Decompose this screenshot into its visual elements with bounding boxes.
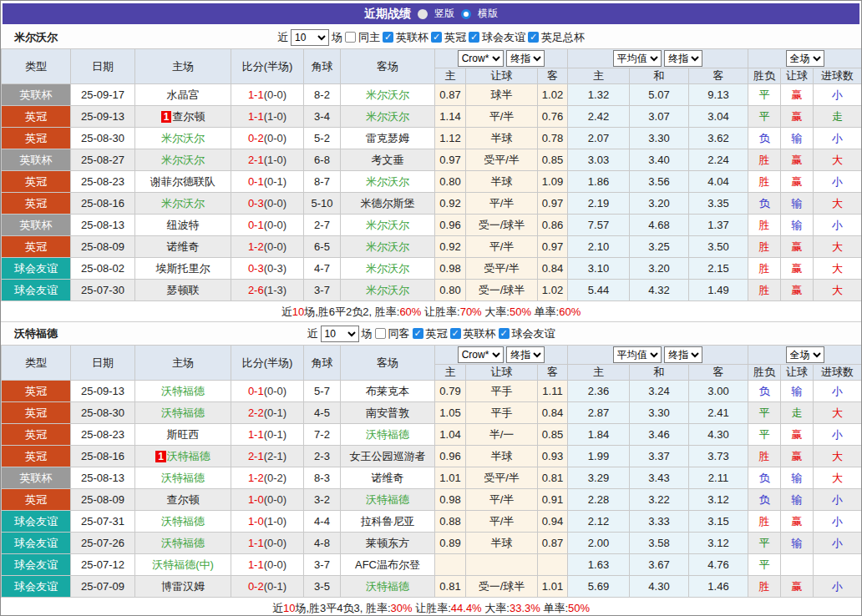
home-team-name: 沃特福德 [161,406,205,419]
euro-away-odds: 3.12 [689,489,748,511]
corner-cell: 4-7 [304,258,341,280]
away-team-name: 米尔沃尔 [366,240,409,253]
handicap-away-odds: 1.09 [538,171,568,193]
bookmaker-select[interactable]: Crow* [458,346,504,363]
date-cell: 25-07-30 [71,280,135,301]
team-name: 米尔沃尔 [14,26,58,48]
away-team-name: 南安普敦 [366,406,409,419]
same-venue-checkbox[interactable] [375,328,386,339]
euro-home-odds: 5.69 [568,576,630,598]
summary-segment: 60% [559,305,581,318]
away-team-cell: 米尔沃尔 [341,171,435,193]
sub-column-header: 主 [568,365,630,381]
vertical-layout-radio[interactable] [418,9,428,19]
match-type-badge: 球会友谊 [2,576,71,598]
euro-draw-odds: 4.30 [630,576,689,598]
euro-away-odds: 4.76 [689,554,748,576]
away-team-name: 米德尔斯堡 [361,197,415,210]
match-type-badge: 英冠 [2,446,71,467]
score-cell: 2-1(2-1) [231,446,304,467]
sub-column-header: 客 [689,68,748,84]
date-cell: 25-08-23 [71,171,135,193]
score-cell: 1-2(0-2) [231,467,304,489]
corner-cell: 6-5 [304,236,341,258]
match-type-badge: 英冠 [2,402,71,424]
date-cell: 25-08-16 [71,446,135,467]
result-outcome-cell: 胜 [748,576,781,598]
away-team-cell: 米尔沃尔 [341,236,435,258]
result-goals-cell: 大 [814,280,862,301]
date-cell: 25-09-17 [71,84,135,106]
home-team-cell: 谢菲尔德联队 [135,171,231,193]
result-handicap-cell: 输 [781,128,814,149]
result-handicap-cell [781,554,814,576]
competition-checkbox[interactable]: ✓ [413,328,423,339]
full-time-score: 0-3 [248,197,264,210]
handicap-period-select[interactable]: 终指 [506,346,545,363]
result-handicap-cell: 赢 [781,258,814,280]
euro-home-odds: 7.57 [568,215,630,236]
result-outcome-cell: 平 [748,554,781,576]
column-header: 主场 [135,346,231,381]
competition-checkbox[interactable]: ✓ [469,32,479,43]
full-time-score: 2-2 [248,406,264,419]
page-title: 近期战绩 [364,7,411,22]
handicap-line: 受平/半 [466,467,538,489]
handicap-home-odds: 0.87 [435,84,466,106]
home-team-cell: 沃特福德 [135,533,231,554]
corner-cell: 4-4 [304,511,341,533]
match-count-select[interactable]: 10 [321,326,359,342]
handicap-away-odds: 0.93 [538,446,568,467]
away-team-cell: 沃特福德 [341,576,435,598]
competition-checkbox[interactable]: ✓ [528,32,539,43]
match-row: 英冠25-08-16米尔沃尔0-3(0-0)5-10米德尔斯堡0.92平/半0.… [2,193,862,215]
competition-checkbox[interactable]: ✓ [431,32,442,43]
corner-cell: 3-2 [304,489,341,511]
euro-away-odds: 1.46 [689,576,748,598]
games-label: 场 [362,322,373,345]
handicap-period-select[interactable]: 终指 [506,50,545,67]
average-select[interactable]: 平均值 [613,346,662,363]
column-header: 客场 [341,346,435,381]
europe-period-select[interactable]: 终指 [664,346,702,363]
home-team-name: 博雷汉姆 [161,580,205,593]
half-time-score: (0-0) [264,219,286,231]
column-header: 日期 [71,49,135,84]
home-team-cell: 沃特福德 [135,402,231,424]
average-select[interactable]: 平均值 [613,50,662,67]
handicap-select-group: Crow* 终指 [435,49,568,68]
competition-checkbox[interactable]: ✓ [450,328,461,339]
match-count-select[interactable]: 10 [291,29,329,46]
away-team-name: 米尔沃尔 [366,88,409,101]
summary-segment: 近 [272,602,283,614]
score-cell: 1-0(0-0) [231,489,304,511]
handicap-away-odds: 0.85 [538,149,568,171]
filter-controls: 近10场同主✓英联杯✓英冠✓球会友谊✓英足总杯 [1,26,861,48]
corner-cell: 5-7 [304,381,341,402]
scope-select[interactable]: 全场 [786,50,824,67]
date-cell: 25-09-13 [71,106,135,128]
europe-period-select[interactable]: 终指 [664,50,702,67]
corner-cell: 3-4 [304,106,341,128]
scope-select[interactable]: 全场 [786,346,824,363]
corner-cell: 5-2 [304,128,341,149]
match-row: 球会友谊25-07-31沃特福德1-0(1-0)4-4拉科鲁尼亚0.88平/半0… [2,511,862,533]
competition-label: 球会友谊 [512,322,555,345]
handicap-home-odds: 1.04 [435,424,466,446]
away-team-name: 女王公园巡游者 [350,450,426,462]
same-venue-checkbox[interactable] [345,32,356,43]
euro-draw-odds: 3.30 [630,402,689,424]
horizontal-layout-radio[interactable] [461,9,471,19]
competition-checkbox[interactable]: ✓ [499,328,510,339]
bookmaker-select[interactable]: Crow* [458,50,504,67]
full-time-score: 1-2 [248,472,264,484]
result-goals-cell: 大 [814,446,862,467]
competition-checkbox[interactable]: ✓ [383,32,393,43]
away-team-cell: 米尔沃尔 [341,280,435,301]
result-goals-cell: 大 [814,193,862,215]
handicap-away-odds: 0.85 [538,424,568,446]
handicap-away-odds: 0.94 [538,511,568,533]
euro-draw-odds: 3.43 [630,467,689,489]
euro-draw-odds: 3.37 [630,446,689,467]
result-outcome-cell: 平 [748,424,781,446]
